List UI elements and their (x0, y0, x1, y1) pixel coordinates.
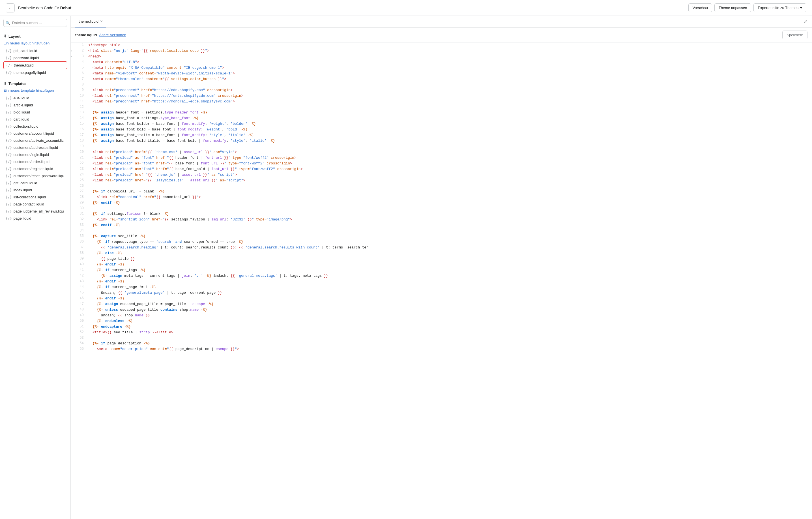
file-name: theme.liquid (14, 63, 34, 67)
file-name: password.liquid (13, 56, 39, 60)
theme-customize-button[interactable]: Theme anpassen (715, 3, 751, 12)
line-52: 52 <title>{{ seo_title | strip }}</title… (71, 330, 812, 335)
file-item-article[interactable]: {/} article.liquid (3, 102, 67, 109)
line-7: 7 <meta name="theme-color" content="{{ s… (71, 77, 812, 82)
line-33: 33 {%- endif -%} (71, 223, 812, 228)
templates-section: ⬇ Templates Ein neues template hinzufüge… (0, 77, 70, 223)
code-editor[interactable]: 1 <!doctype html> ▾ 2 <html class="no-js… (71, 42, 812, 519)
line-20: 20 <link rel="preload" href="{{ 'theme.c… (71, 149, 812, 155)
expert-help-button[interactable]: Expertenhilfe zu Themes ▾ (753, 3, 806, 12)
file-name: gift_card.liquid (13, 49, 37, 53)
line-50: 50 {%- endunless -%} (71, 318, 812, 324)
line-27: 27 {%- if canonical_url != blank -%} (71, 189, 812, 194)
versions-link[interactable]: Ältere Versionen (99, 33, 126, 37)
line-38: 38 {%- else -%} (71, 251, 812, 256)
line-16: 16 {%- assign base_font_bold = base_font… (71, 127, 812, 133)
line-48: 48 {%- unless escaped_page_title contain… (71, 307, 812, 313)
chevron-down-icon: ▾ (800, 6, 802, 10)
add-layout-link[interactable]: Ein neues layout hinzufügen (3, 40, 67, 46)
file-item-page-contact[interactable]: {/} page.contact.liquid (3, 201, 67, 208)
line-9: 9 <link rel="preconnect" href="https://c… (71, 87, 812, 93)
line-29: 29 {%- endif -%} (71, 200, 812, 206)
editor-area: theme.liquid ✕ ⤢ theme.liquid Ältere Ver… (71, 16, 812, 519)
templates-section-header: ⬇ Templates (3, 81, 67, 86)
file-item-cust-login[interactable]: {/} customers/login.liquid (3, 151, 67, 158)
line-35: 35 {%- capture seo_title -%} (71, 233, 812, 239)
line-21: 21 <link rel="preload" as="font" href="{… (71, 155, 812, 161)
line-11: 11 <link rel="preconnect" href="https://… (71, 99, 812, 105)
file-item-gift-card-tpl[interactable]: {/} gift_card.liquid (3, 179, 67, 186)
file-item-cust-register[interactable]: {/} customers/register.liquid (3, 165, 67, 172)
line-42: 42 {%- assign meta_tags = current_tags |… (71, 273, 812, 279)
expand-icon[interactable]: ⤢ (804, 19, 808, 24)
line-41: 41 {%- if current_tags -%} (71, 267, 812, 273)
line-34: 34 (71, 228, 812, 233)
file-prefix-icon: {/} (6, 71, 12, 75)
top-bar-actions: Vorschau Theme anpassen Expertenhilfe zu… (688, 3, 806, 12)
line-28: 28 <link rel="canonical" href="{{ canoni… (71, 194, 812, 200)
add-template-link[interactable]: Ein neues template hinzufügen (3, 87, 67, 93)
line-6: 6 <meta name="viewport" content="width=d… (71, 71, 812, 77)
file-item-cust-addresses[interactable]: {/} customers/addresses.liquid (3, 144, 67, 151)
line-54: 54 {%- if page_description -%} (71, 341, 812, 346)
layout-section: ⬇ Layout Ein neues layout hinzufügen {/}… (0, 30, 70, 77)
line-25: 25 <link rel="preload" href="{{ 'lazysiz… (71, 178, 812, 183)
file-item-cust-order[interactable]: {/} customers/order.liquid (3, 158, 67, 165)
file-item-page[interactable]: {/} page.liquid (3, 215, 67, 222)
file-item-page-judgeme[interactable]: {/} page.judgeme_all_reviews.liqu (3, 208, 67, 215)
layout-label: Layout (8, 34, 21, 38)
search-box: 🔍 (0, 16, 70, 30)
file-item-theme-pagefly[interactable]: {/} theme.pagefly.liquid (3, 69, 67, 76)
file-item-404[interactable]: {/} 404.liquid (3, 94, 67, 102)
file-item-cust-account[interactable]: {/} customers/account.liquid (3, 130, 67, 137)
templates-label: Templates (8, 82, 26, 86)
file-item-list-collections[interactable]: {/} list-collections.liquid (3, 194, 67, 201)
file-prefix-icon: {/} (6, 56, 12, 60)
file-item-cust-activate[interactable]: {/} customers/activate_account.lic (3, 137, 67, 144)
search-input[interactable] (3, 19, 67, 27)
line-15: 15 {%- assign base_font_bolder = base_fo… (71, 121, 812, 127)
file-item-collection[interactable]: {/} collection.liquid (3, 123, 67, 130)
top-bar-title: Bearbeite den Code für Debut (18, 6, 71, 10)
line-40: 40 {%- endif -%} (71, 262, 812, 267)
line-4: 4 <meta charset="utf-8"> (71, 59, 812, 65)
editor-header-left: theme.liquid Ältere Versionen (75, 33, 126, 37)
tab-theme-liquid[interactable]: theme.liquid ✕ (75, 16, 106, 27)
line-12: 12 (71, 105, 812, 110)
download-icon: ⬇ (3, 34, 7, 38)
line-43: 43 {%- endif -%} (71, 279, 812, 284)
line-46: 46 {%- endif -%} (71, 296, 812, 301)
line-2: ▾ 2 <html class="no-js" lang="{{ request… (71, 48, 812, 54)
file-item-cart[interactable]: {/} cart.liquid (3, 116, 67, 123)
line-39: 39 {{ page_title }} (71, 256, 812, 262)
file-item-theme[interactable]: {/} theme.liquid (3, 61, 67, 69)
file-item-blog[interactable]: {/} blog.liquid (3, 109, 67, 116)
editor-header: theme.liquid Ältere Versionen Speichern (71, 28, 812, 42)
file-item-cust-reset[interactable]: {/} customers/reset_password.liqu (3, 172, 67, 179)
file-item-password[interactable]: {/} password.liquid (3, 54, 67, 61)
line-3: ▾ 3 <head> (71, 54, 812, 59)
line-10: 10 <link rel="preconnect" href="https://… (71, 93, 812, 99)
file-prefix-icon: {/} (6, 49, 12, 53)
file-prefix-icon: {/} (6, 63, 12, 67)
file-item-gift-card[interactable]: {/} gift_card.liquid (3, 47, 67, 54)
file-item-index[interactable]: {/} index.liquid (3, 186, 67, 194)
tab-label: theme.liquid (79, 19, 98, 24)
title-prefix: Bearbeite den Code für (18, 6, 60, 10)
line-53: 53 (71, 335, 812, 341)
top-bar: ← Bearbeite den Code für Debut Vorschau … (0, 0, 812, 16)
line-30: 30 (71, 206, 812, 211)
line-14: 14 {%- assign base_font = settings.type_… (71, 115, 812, 121)
line-13: 13 {%- assign header_font = settings.typ… (71, 110, 812, 115)
line-1: 1 <!doctype html> (71, 42, 812, 48)
line-44: 44 {%- if current_page != 1 -%} (71, 284, 812, 290)
save-button[interactable]: Speichern (782, 31, 808, 39)
line-36: 36 {%- if request.page_type == 'search' … (71, 239, 812, 245)
back-button[interactable]: ← (6, 3, 15, 12)
preview-button[interactable]: Vorschau (688, 3, 712, 12)
layout-section-header: ⬇ Layout (3, 34, 67, 38)
close-icon[interactable]: ✕ (100, 20, 103, 23)
line-45: 45 &ndash; {{ 'general.meta.page' | t: p… (71, 290, 812, 296)
line-26: 26 (71, 183, 812, 189)
line-49: 49 &ndash; {{ shop.name }} (71, 313, 812, 318)
